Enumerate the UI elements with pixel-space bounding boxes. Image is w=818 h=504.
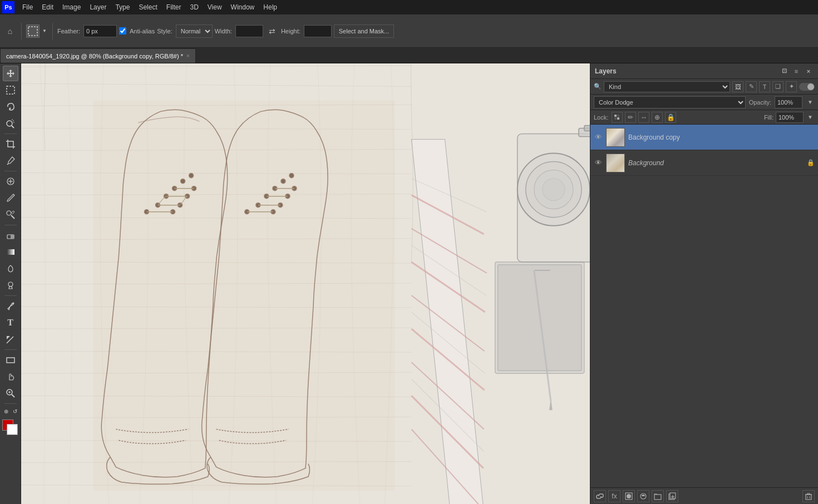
- width-input[interactable]: [235, 25, 263, 37]
- brush-tool[interactable]: [3, 190, 18, 206]
- pixel-filter-btn[interactable]: 🖼: [732, 81, 743, 92]
- crop-tool[interactable]: [3, 136, 18, 152]
- lasso-tool[interactable]: [3, 99, 18, 115]
- svg-rect-86: [584, 125, 590, 131]
- add-style-btn[interactable]: fx: [608, 490, 620, 502]
- svg-rect-16: [7, 358, 14, 363]
- delete-layer-btn[interactable]: [802, 490, 815, 502]
- extra-tool-1[interactable]: ⊕: [2, 407, 10, 415]
- fill-input[interactable]: [776, 112, 804, 123]
- layer-name-2: Background: [628, 159, 804, 167]
- add-mask-btn[interactable]: [623, 490, 635, 502]
- tab-close-btn[interactable]: ×: [186, 53, 190, 59]
- menu-layer[interactable]: Layer: [85, 2, 111, 12]
- menu-select[interactable]: Select: [134, 2, 161, 12]
- blur-tool[interactable]: [3, 261, 18, 276]
- adjustment-filter-btn[interactable]: ✎: [746, 81, 757, 92]
- toolbar-shape-group: ▼: [26, 24, 48, 38]
- menu-edit[interactable]: Edit: [37, 2, 58, 12]
- rectangular-marquee-tool[interactable]: [3, 82, 18, 98]
- menu-3d[interactable]: 3D: [185, 2, 203, 12]
- right-panel: Layers ⊡ ≡ × 🔍 Kind 🖼 ✎ T ❑ ✦: [590, 63, 818, 504]
- filter-toggle-btn[interactable]: [799, 83, 815, 91]
- type-tool[interactable]: T: [3, 315, 18, 330]
- lock-pixels-btn[interactable]: [612, 112, 623, 123]
- marquee-tool-btn[interactable]: [26, 24, 40, 38]
- color-selector[interactable]: [2, 419, 19, 436]
- layer-item-background[interactable]: 👁 Background 🔒: [590, 150, 818, 176]
- opacity-dropdown[interactable]: ▼: [806, 98, 815, 107]
- home-button[interactable]: ⌂: [3, 24, 17, 38]
- document-tab[interactable]: camera-1840054_1920.jpg @ 80% (Backgroun…: [0, 48, 196, 63]
- menu-view[interactable]: View: [203, 2, 226, 12]
- clone-stamp-tool[interactable]: [3, 207, 18, 223]
- panel-menu-btn[interactable]: ≡: [791, 66, 801, 76]
- svg-rect-92: [617, 117, 619, 120]
- opacity-label: Opacity:: [749, 99, 771, 106]
- feather-input[interactable]: [83, 25, 117, 37]
- quick-select-tool[interactable]: [3, 116, 18, 131]
- link-layers-btn[interactable]: [594, 490, 606, 502]
- toolbar-sep-1: [21, 23, 22, 39]
- lock-label: Lock:: [594, 114, 608, 121]
- menu-window[interactable]: Window: [226, 2, 259, 12]
- hand-tool[interactable]: [3, 369, 18, 384]
- panel-close-btn[interactable]: ×: [804, 66, 814, 76]
- style-select[interactable]: Normal: [176, 24, 213, 38]
- lock-image-btn[interactable]: ✏: [625, 112, 636, 123]
- blend-mode-select[interactable]: Color Dodge Normal Multiply Screen Overl…: [594, 96, 746, 108]
- lock-all-btn[interactable]: 🔒: [665, 112, 676, 123]
- shape-filter-btn[interactable]: ❑: [772, 81, 783, 92]
- eraser-tool[interactable]: [3, 228, 18, 243]
- healing-brush-tool[interactable]: [3, 174, 18, 189]
- marquee-dropdown[interactable]: ▼: [41, 24, 48, 38]
- menu-type[interactable]: Type: [111, 2, 134, 12]
- eyedropper-tool[interactable]: [3, 153, 18, 169]
- menu-filter[interactable]: Filter: [162, 2, 186, 12]
- fill-dropdown[interactable]: ▼: [806, 113, 815, 122]
- toolbar: ⌂ ▼ Feather: Anti-alias Style: Normal Wi…: [0, 14, 818, 48]
- extra-tool-2[interactable]: ↺: [11, 407, 19, 415]
- svg-rect-1: [7, 86, 14, 94]
- menu-help[interactable]: Help: [259, 2, 282, 12]
- gradient-tool[interactable]: [3, 244, 18, 260]
- antialias-label[interactable]: Anti-alias: [119, 27, 155, 34]
- svg-line-5: [7, 164, 8, 165]
- layers-panel: Layers ⊡ ≡ × 🔍 Kind 🖼 ✎ T ❑ ✦: [590, 63, 818, 504]
- select-and-mask-button[interactable]: Select and Mask...: [334, 24, 395, 38]
- toolbar-sep-2: [52, 23, 53, 39]
- layer-visibility-1[interactable]: 👁: [594, 133, 603, 142]
- new-fill-layer-btn[interactable]: [637, 490, 649, 502]
- move-tool[interactable]: [3, 66, 18, 81]
- tools-sep-3: [4, 225, 17, 225]
- lock-position-btn[interactable]: ↔: [638, 112, 649, 123]
- layer-item-background-copy[interactable]: 👁 Background copy: [590, 125, 818, 150]
- panel-resize-btn[interactable]: ⊡: [779, 66, 789, 76]
- layer-thumb-2: [606, 154, 625, 172]
- antialias-checkbox[interactable]: [119, 27, 126, 34]
- zoom-tool[interactable]: [3, 386, 18, 401]
- menu-image[interactable]: Image: [58, 2, 85, 12]
- layer-thumb-inner-1: [607, 129, 624, 146]
- new-group-btn[interactable]: [652, 490, 664, 502]
- layer-visibility-2[interactable]: 👁: [594, 159, 603, 167]
- background-color[interactable]: [7, 424, 18, 435]
- svg-rect-91: [614, 117, 617, 120]
- path-selection-tool[interactable]: [3, 332, 18, 347]
- pen-tool[interactable]: [3, 298, 18, 314]
- layers-panel-header: Layers ⊡ ≡ ×: [590, 63, 818, 79]
- type-filter-btn[interactable]: T: [759, 81, 770, 92]
- swap-dimensions-btn[interactable]: ⇄: [265, 24, 279, 38]
- feather-label: Feather:: [57, 28, 80, 34]
- dodge-tool[interactable]: [3, 278, 18, 293]
- menu-file[interactable]: File: [18, 2, 37, 12]
- lock-artboards-btn[interactable]: ⊕: [652, 112, 663, 123]
- rectangle-tool[interactable]: [3, 352, 18, 368]
- height-input[interactable]: [304, 25, 332, 37]
- svg-rect-90: [617, 115, 619, 117]
- smart-filter-btn[interactable]: ✦: [786, 81, 797, 92]
- svg-point-94: [627, 494, 631, 498]
- opacity-input[interactable]: [775, 96, 802, 108]
- layer-kind-select[interactable]: Kind: [604, 81, 730, 92]
- new-layer-btn[interactable]: [666, 490, 678, 502]
